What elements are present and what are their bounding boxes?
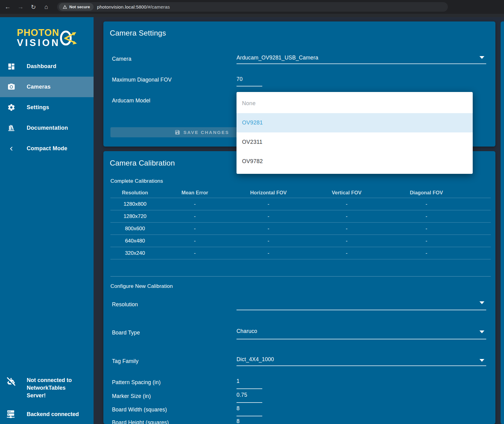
chevron-left-icon: [7, 145, 15, 153]
board-type-select-value[interactable]: Charuco: [237, 327, 257, 336]
cell-resolution: 1280x720: [110, 213, 160, 220]
cell: -: [160, 213, 230, 220]
cell: -: [307, 213, 387, 220]
sidebar-item-label: Cameras: [27, 84, 51, 90]
not-secure-label: Not secure: [69, 5, 90, 9]
cell: -: [230, 238, 307, 244]
backend-status: Backend connected: [0, 410, 94, 419]
cell: -: [160, 226, 230, 232]
board-height-input[interactable]: 8: [237, 417, 240, 424]
pattern-spacing-underline: [237, 388, 262, 389]
camera-icon: [7, 83, 15, 91]
dropdown-option-ov9782[interactable]: OV9782: [237, 152, 473, 171]
photonvision-logo: PHOTON VISION: [17, 28, 60, 48]
cell: -: [230, 250, 307, 256]
cell-resolution: 320x240: [110, 250, 160, 256]
home-button[interactable]: ⌂: [41, 2, 52, 12]
sidebar-item-label: Documentation: [27, 125, 68, 131]
sidebar-nav: Dashboard Cameras Settings Documentation: [0, 56, 94, 159]
sidebar-item-compact-mode[interactable]: Compact Mode: [0, 138, 94, 159]
sidebar-item-dashboard[interactable]: Dashboard: [0, 56, 94, 77]
board-width-underline: [237, 416, 262, 416]
table-row: 320x240 - - - -: [110, 247, 491, 259]
column-header: Vertical FOV: [307, 190, 387, 196]
browser-toolbar: ← → ↻ ⌂ Not secure photonvision.local:58…: [0, 0, 504, 14]
cell: -: [160, 250, 230, 256]
marker-size-input[interactable]: 0.75: [237, 390, 247, 399]
column-header: Diagonal FOV: [387, 190, 466, 196]
marker-size-field-label: Marker Size (in): [112, 392, 151, 401]
fov-input[interactable]: 70: [237, 74, 243, 84]
camera-field-label: Camera: [112, 54, 131, 63]
back-button[interactable]: ←: [2, 2, 13, 12]
arducam-model-field-label: Arducam Model: [112, 96, 150, 105]
adjacent-card-edge: [501, 21, 504, 424]
tag-family-select-value[interactable]: Dict_4X4_1000: [237, 355, 274, 364]
camera-calibration-title: Camera Calibration: [110, 159, 175, 167]
table-row: 640x480 - - - -: [110, 235, 491, 247]
resolution-select-chevron-icon[interactable]: [479, 301, 484, 304]
save-icon: [175, 129, 180, 135]
not-secure-badge[interactable]: Not secure: [59, 3, 94, 11]
cell: -: [230, 226, 307, 232]
column-header: Horizontal FOV: [230, 190, 307, 196]
cell: -: [387, 238, 466, 244]
logo-vision-text: VISION: [17, 38, 60, 48]
address-bar[interactable]: Not secure photonvision.local:5800/#/cam…: [57, 2, 448, 12]
cell: -: [307, 226, 387, 232]
sidebar: PHOTON VISION Dashboard: [0, 17, 94, 424]
board-width-input[interactable]: 8: [237, 404, 240, 413]
cell: -: [387, 226, 466, 232]
pattern-spacing-input[interactable]: 1: [237, 376, 240, 386]
sidebar-item-label: Settings: [27, 104, 49, 111]
configure-new-calibration-label: Configure New Calibration: [110, 283, 173, 289]
column-header: Resolution: [110, 190, 160, 196]
camera-settings-title: Camera Settings: [110, 29, 166, 37]
board-type-select-chevron-icon[interactable]: [479, 330, 484, 333]
cell: -: [387, 213, 466, 220]
resolution-select-underline: [237, 310, 486, 310]
cell: -: [387, 250, 466, 256]
camera-calibration-card: Camera Calibration Complete Calibrations…: [103, 151, 495, 424]
complete-calibrations-label: Complete Calibrations: [110, 178, 163, 184]
cell-resolution: 1280x800: [110, 201, 160, 207]
gear-icon: [7, 104, 15, 112]
save-changes-label: SAVE CHANGES: [183, 130, 229, 135]
section-divider: [110, 276, 491, 277]
url-path: /#/cameras: [147, 4, 170, 10]
sidebar-item-label: Dashboard: [27, 63, 56, 70]
camera-select-chevron-icon[interactable]: [479, 56, 484, 59]
networktables-status: Not connected to NetworkTables Server!: [0, 376, 94, 399]
arducam-model-dropdown: None OV9281 OV2311 OV9782: [237, 92, 473, 174]
networktables-status-text: Not connected to NetworkTables Server!: [27, 376, 84, 399]
camera-select-value[interactable]: Arducam_OV9281_USB_Camera: [237, 53, 318, 62]
cell: -: [307, 238, 387, 244]
tag-family-select-chevron-icon[interactable]: [479, 359, 484, 362]
board-height-field-label: Board Height (squares): [112, 418, 169, 424]
dropdown-option-ov9281[interactable]: OV9281: [237, 113, 473, 132]
dropdown-option-none[interactable]: None: [237, 94, 473, 113]
cell: -: [307, 201, 387, 207]
sidebar-item-documentation[interactable]: Documentation: [0, 118, 94, 138]
table-row: 1280x800 - - - -: [110, 198, 491, 210]
sidebar-item-cameras[interactable]: Cameras: [0, 77, 94, 97]
cell: -: [230, 213, 307, 220]
warning-icon: [63, 5, 67, 9]
tag-family-select-underline: [237, 365, 486, 366]
sidebar-item-settings[interactable]: Settings: [0, 97, 94, 118]
tag-family-field-label: Tag Family: [112, 357, 139, 366]
dashboard-icon: [7, 63, 15, 71]
url-text: photonvision.local:5800/#/cameras: [97, 4, 170, 10]
table-row: 800x600 - - - -: [110, 223, 491, 235]
fov-input-underline: [237, 86, 262, 86]
marker-size-underline: [237, 402, 262, 403]
server-network-icon: [6, 410, 15, 419]
dropdown-option-ov2311[interactable]: OV2311: [237, 132, 473, 152]
reload-button[interactable]: ↻: [28, 2, 39, 12]
backend-status-text: Backend connected: [27, 410, 84, 419]
cell-resolution: 800x600: [110, 226, 160, 232]
calibrations-table-header: Resolution Mean Error Horizontal FOV Ver…: [110, 187, 491, 198]
camera-select-underline: [237, 63, 486, 64]
forward-button[interactable]: →: [15, 2, 26, 12]
bookshelf-icon: [7, 124, 15, 132]
